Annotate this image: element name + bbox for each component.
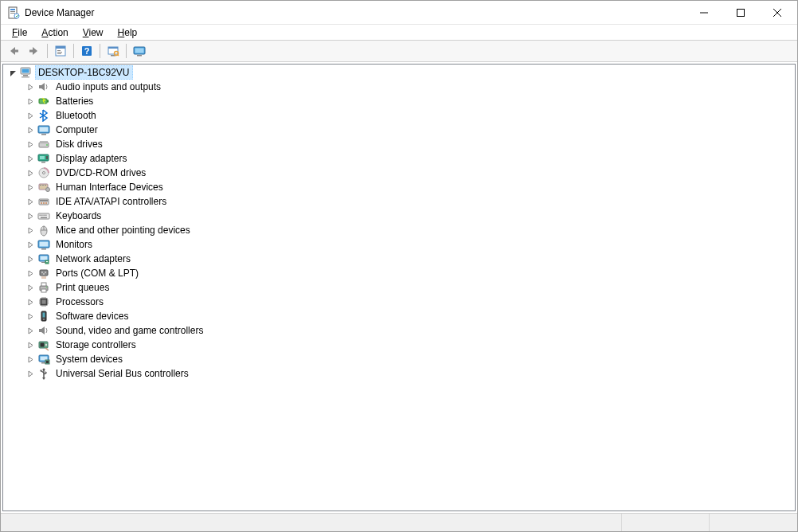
tree-category[interactable]: DVD/CD-ROM drives: [3, 166, 795, 180]
svg-rect-25: [137, 55, 142, 57]
tree-category[interactable]: Network adapters: [3, 252, 795, 266]
chevron-right-icon[interactable]: [24, 267, 37, 280]
chevron-right-icon[interactable]: [24, 252, 37, 265]
svg-rect-28: [23, 75, 28, 76]
speaker-icon: [37, 324, 50, 337]
svg-line-22: [118, 55, 119, 57]
window-controls: [686, 1, 796, 25]
tree-category[interactable]: System devices: [3, 352, 795, 366]
tree-root[interactable]: DESKTOP-1BC92VU: [3, 65, 795, 80]
toolbar-scan-button[interactable]: [104, 42, 123, 60]
tree-root-label: DESKTOP-1BC92VU: [35, 65, 133, 80]
svg-rect-27: [22, 69, 29, 73]
chevron-right-icon[interactable]: [24, 224, 37, 237]
tree-category-label: Software devices: [53, 309, 131, 323]
chevron-right-icon[interactable]: [24, 195, 37, 208]
chevron-right-icon[interactable]: [24, 209, 37, 222]
bluetooth-icon: [37, 109, 50, 122]
toolbar-properties-button[interactable]: [51, 42, 70, 60]
help-icon: ?: [80, 45, 93, 57]
minimize-button[interactable]: [686, 1, 722, 25]
svg-rect-12: [56, 46, 65, 49]
tree-category[interactable]: Ports (COM & LPT): [3, 266, 795, 280]
hid-icon: [37, 181, 50, 194]
chevron-right-icon[interactable]: [24, 152, 37, 165]
chevron-right-icon[interactable]: [24, 123, 37, 136]
chevron-right-icon[interactable]: [24, 109, 37, 122]
tree-category[interactable]: Storage controllers: [3, 338, 795, 352]
status-cell: [622, 514, 710, 531]
svg-rect-13: [57, 50, 61, 51]
svg-rect-15: [57, 53, 61, 54]
menu-help[interactable]: Help: [111, 26, 144, 39]
chevron-right-icon[interactable]: [24, 80, 37, 93]
tree-category[interactable]: Mice and other pointing devices: [3, 223, 795, 237]
titlebar: Device Manager: [1, 1, 797, 25]
tree-category[interactable]: Computer: [3, 123, 795, 137]
cpu-icon: [37, 295, 50, 308]
tree-category[interactable]: Bluetooth: [3, 108, 795, 123]
battery-icon: [37, 95, 50, 108]
tree-category-label: Processors: [53, 295, 107, 309]
device-tree[interactable]: DESKTOP-1BC92VU Audio inputs and outputs…: [2, 64, 796, 511]
tree-category-label: Universal Serial Bus controllers: [53, 366, 192, 381]
toolbar-back-button[interactable]: [4, 42, 23, 60]
optical-icon: [37, 166, 50, 179]
menu-view[interactable]: View: [76, 26, 110, 39]
chevron-right-icon[interactable]: [24, 295, 37, 308]
computer-icon: [20, 66, 33, 79]
chevron-right-icon[interactable]: [24, 281, 37, 294]
tree-category-label: Storage controllers: [53, 338, 139, 352]
tree-category[interactable]: Monitors: [3, 237, 795, 252]
tree-category[interactable]: Keyboards: [3, 209, 795, 223]
tree-category[interactable]: Software devices: [3, 309, 795, 323]
chevron-right-icon[interactable]: [24, 324, 37, 337]
chevron-right-icon[interactable]: [24, 338, 37, 351]
software-icon: [37, 310, 50, 323]
tree-category[interactable]: IDE ATA/ATAPI controllers: [3, 194, 795, 209]
tree-category[interactable]: Processors: [3, 295, 795, 309]
content-area: DESKTOP-1BC92VU Audio inputs and outputs…: [1, 62, 797, 513]
tree-category[interactable]: Human Interface Devices: [3, 180, 795, 194]
menu-file[interactable]: File: [6, 26, 33, 39]
chevron-right-icon[interactable]: [24, 310, 37, 323]
tree-category[interactable]: Batteries: [3, 94, 795, 108]
tree-category[interactable]: Print queues: [3, 280, 795, 295]
toolbar-monitor-button[interactable]: [130, 42, 149, 60]
chevron-right-icon[interactable]: [24, 95, 37, 108]
chevron-right-icon[interactable]: [24, 353, 37, 366]
tree-category-label: Keyboards: [53, 209, 104, 223]
toolbar-separator: [73, 44, 74, 58]
svg-rect-14: [57, 52, 62, 53]
svg-point-4: [14, 14, 19, 18]
tree-category-label: System devices: [53, 352, 126, 366]
tree-category-label: Human Interface Devices: [53, 180, 166, 194]
chevron-right-icon[interactable]: [24, 166, 37, 179]
menu-action[interactable]: Action: [35, 26, 74, 39]
speaker-icon: [37, 80, 50, 93]
tree-category-label: Ports (COM & LPT): [53, 266, 142, 280]
menubar: File Action View Help: [1, 25, 797, 41]
port-icon: [37, 267, 50, 280]
toolbar-forward-button[interactable]: [25, 42, 44, 60]
chevron-right-icon[interactable]: [24, 138, 37, 151]
network-icon: [37, 252, 50, 265]
tree-category-label: Audio inputs and outputs: [53, 80, 164, 94]
display-adapter-icon: [37, 152, 50, 165]
arrow-right-icon: [28, 45, 41, 57]
mouse-icon: [37, 224, 50, 237]
toolbar-help-button[interactable]: ?: [77, 42, 96, 60]
tree-category[interactable]: Display adapters: [3, 151, 795, 166]
tree-category[interactable]: Disk drives: [3, 137, 795, 151]
svg-rect-10: [29, 50, 33, 53]
chevron-right-icon[interactable]: [24, 181, 37, 194]
chevron-right-icon[interactable]: [24, 367, 37, 380]
chevron-right-icon[interactable]: [24, 238, 37, 251]
close-button[interactable]: [759, 1, 796, 25]
tree-category-label: DVD/CD-ROM drives: [53, 166, 149, 180]
tree-category[interactable]: Sound, video and game controllers: [3, 323, 795, 338]
maximize-button[interactable]: [722, 1, 759, 25]
tree-category[interactable]: Universal Serial Bus controllers: [3, 366, 795, 381]
chevron-down-icon[interactable]: [6, 66, 19, 79]
tree-category[interactable]: Audio inputs and outputs: [3, 80, 795, 94]
